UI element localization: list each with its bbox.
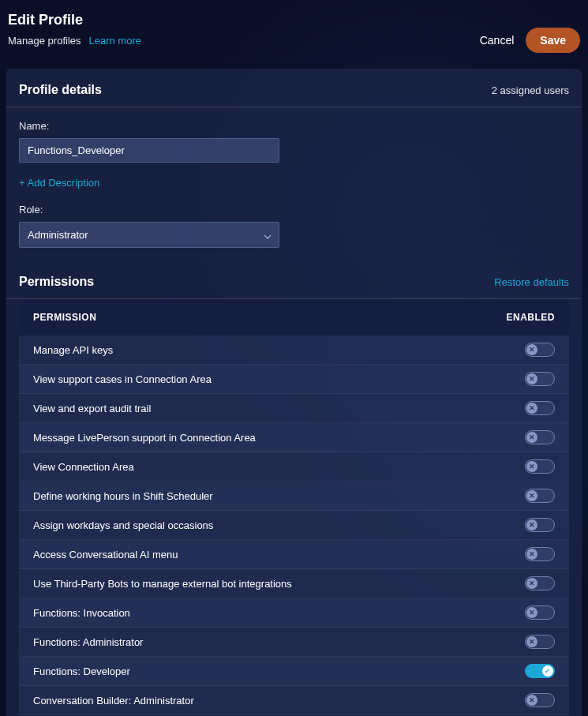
role-label: Role:	[19, 204, 569, 216]
main-panel: Profile details 2 assigned users Name: +…	[6, 69, 582, 716]
table-row: View support cases in Connection Area✕	[19, 365, 569, 394]
x-icon: ✕	[526, 549, 537, 560]
permission-toggle[interactable]: ✕	[525, 489, 555, 503]
permission-toggle[interactable]: ✕	[525, 518, 555, 532]
x-icon: ✕	[526, 636, 537, 647]
permission-label: Functions: Administrator	[33, 636, 143, 648]
table-row: Use Third-Party Bots to manage external …	[19, 569, 569, 598]
header-right: Cancel Save	[480, 12, 580, 53]
permission-toggle[interactable]: ✕	[525, 459, 555, 474]
add-description-link[interactable]: + Add Description	[19, 177, 99, 189]
permission-label: Access Conversational AI menu	[33, 549, 178, 560]
table-row: Define working hours in Shift Scheduler✕	[19, 482, 569, 511]
page-title: Edit Profile	[8, 12, 141, 28]
cancel-button[interactable]: Cancel	[480, 34, 515, 47]
permissions-header: Permissions Restore defaults	[6, 261, 582, 298]
permission-toggle[interactable]: ✕	[525, 605, 555, 620]
permission-toggle[interactable]: ✕	[525, 343, 555, 357]
profile-details-title: Profile details	[19, 83, 102, 97]
role-select[interactable]: Administrator	[19, 222, 279, 248]
permissions-table: PERMISSION ENABLED Manage API keys✕View …	[19, 299, 569, 715]
table-row: Access Conversational AI menu✕	[19, 540, 569, 569]
permission-label: Conversation Builder: Administrator	[33, 695, 194, 707]
table-row: View Connection Area✕	[19, 452, 569, 482]
manage-profiles-label: Manage profiles	[8, 35, 81, 47]
x-icon: ✕	[526, 461, 537, 472]
x-icon: ✕	[526, 403, 537, 414]
name-input[interactable]	[19, 138, 279, 163]
table-row: Assign workdays and special occasions✕	[19, 511, 569, 540]
permissions-title: Permissions	[19, 275, 94, 289]
permission-label: View support cases in Connection Area	[33, 373, 212, 385]
x-icon: ✕	[526, 519, 537, 530]
permission-label: Message LivePerson support in Connection…	[33, 432, 256, 444]
permission-label: View and export audit trail	[33, 403, 151, 414]
permission-toggle[interactable]: ✕	[525, 401, 555, 415]
permission-toggle[interactable]: ✕	[525, 576, 555, 590]
permission-label: Manage API keys	[33, 344, 113, 356]
page-header: Edit Profile Manage profiles Learn more …	[0, 0, 588, 61]
assigned-users-count: 2 assigned users	[492, 84, 569, 96]
x-icon: ✕	[526, 578, 537, 589]
permission-toggle[interactable]: ✕	[525, 693, 555, 707]
permissions-rows: Manage API keys✕View support cases in Co…	[19, 336, 569, 715]
col-permission: PERMISSION	[33, 312, 96, 323]
x-icon: ✕	[526, 344, 537, 355]
x-icon: ✕	[526, 695, 537, 706]
profile-form: Name: + Add Description Role: Administra…	[6, 107, 582, 261]
learn-more-link[interactable]: Learn more	[89, 35, 141, 47]
save-button[interactable]: Save	[526, 28, 580, 53]
permission-toggle[interactable]: ✓	[525, 664, 555, 678]
name-label: Name:	[19, 120, 569, 132]
table-row: Functions: Invocation✕	[19, 598, 569, 628]
table-row: Functions: Administrator✕	[19, 628, 569, 657]
permission-label: View Connection Area	[33, 461, 134, 473]
subtitle-row: Manage profiles Learn more	[8, 35, 141, 47]
permission-label: Use Third-Party Bots to manage external …	[33, 578, 292, 590]
permission-toggle[interactable]: ✕	[525, 372, 555, 386]
x-icon: ✕	[526, 607, 537, 618]
x-icon: ✕	[526, 373, 537, 384]
x-icon: ✕	[526, 490, 537, 501]
table-row: Message LivePerson support in Connection…	[19, 423, 569, 452]
permission-label: Functions: Developer	[33, 665, 130, 677]
table-row: Functions: Developer✓	[19, 657, 569, 686]
table-row: Manage API keys✕	[19, 336, 569, 365]
permission-label: Functions: Invocation	[33, 607, 130, 619]
permission-toggle[interactable]: ✕	[525, 635, 555, 649]
col-enabled: ENABLED	[506, 312, 555, 323]
x-icon: ✕	[526, 432, 537, 443]
header-left: Edit Profile Manage profiles Learn more	[8, 12, 141, 47]
permission-toggle[interactable]: ✕	[525, 430, 555, 444]
table-row: Conversation Builder: Administrator✕	[19, 686, 569, 715]
permission-label: Define working hours in Shift Scheduler	[33, 490, 213, 502]
check-icon: ✓	[542, 665, 553, 677]
table-row: View and export audit trail✕	[19, 394, 569, 423]
permission-toggle[interactable]: ✕	[525, 547, 555, 561]
role-select-wrapper: Administrator	[19, 222, 279, 248]
restore-defaults-link[interactable]: Restore defaults	[494, 276, 569, 288]
role-section: Role: Administrator	[19, 204, 569, 248]
permission-label: Assign workdays and special occasions	[33, 519, 213, 531]
table-header-row: PERMISSION ENABLED	[19, 299, 569, 336]
profile-details-header: Profile details 2 assigned users	[6, 69, 582, 107]
